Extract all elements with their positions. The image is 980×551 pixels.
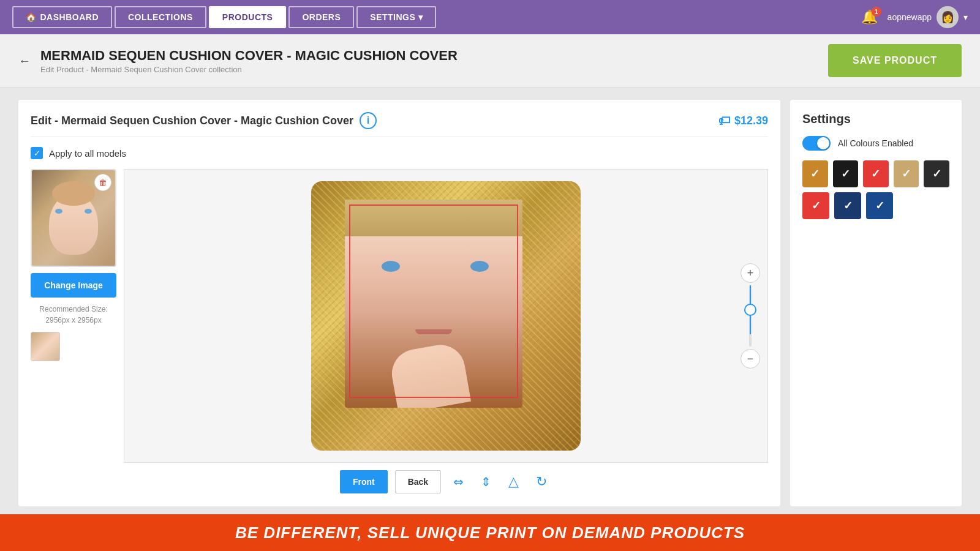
all-colours-toggle-row: All Colours Enabled (802, 136, 949, 151)
canvas-wrapper[interactable]: + − (124, 169, 768, 463)
username-label: aopnewapp (888, 12, 932, 22)
price-display: 🏷 $12.39 (718, 114, 768, 128)
check-red: ✓ (871, 167, 880, 181)
chevron-down-icon: ▾ (963, 12, 968, 22)
color-swatch-navy[interactable]: ✓ (834, 192, 861, 219)
top-navigation: 🏠 DASHBOARD COLLECTIONS PRODUCTS ORDERS … (0, 0, 980, 34)
check-dark: ✓ (932, 167, 941, 181)
nav-settings[interactable]: SETTINGS ▾ (356, 6, 436, 28)
zoom-in-button[interactable]: + (741, 263, 760, 283)
editor-panel: Edit - Mermaid Sequen Cushion Cover - Ma… (18, 100, 780, 506)
editor-header: Edit - Mermaid Sequen Cushion Cover - Ma… (31, 112, 768, 137)
all-colours-label: All Colours Enabled (838, 138, 913, 148)
main-content: Edit - Mermaid Sequen Cushion Cover - Ma… (0, 88, 980, 519)
color-swatch-red[interactable]: ✓ (863, 160, 889, 187)
nav-collections[interactable]: COLLECTIONS (115, 6, 206, 28)
check-navy2: ✓ (875, 199, 884, 212)
user-menu[interactable]: aopnewapp 👩 ▾ (888, 6, 968, 28)
align-vertical-button[interactable]: ⇕ (476, 470, 496, 494)
notification-badge: 1 (872, 7, 881, 17)
align-vertical-icon: ⇕ (481, 475, 491, 489)
zoom-controls: + − (741, 263, 760, 369)
breadcrumb-left: ← MERMAID SEQUEN CUSHION COVER - MAGIC C… (18, 48, 458, 74)
nav-items: 🏠 DASHBOARD COLLECTIONS PRODUCTS ORDERS … (12, 6, 861, 28)
color-swatch-dark[interactable]: ✓ (924, 160, 949, 187)
apply-all-checkbox[interactable]: ✓ (31, 147, 43, 159)
breadcrumb-bar: ← MERMAID SEQUEN CUSHION COVER - MAGIC C… (0, 34, 980, 88)
editor-title: Edit - Mermaid Sequen Cushion Cover - Ma… (31, 114, 353, 127)
color-swatch-black[interactable]: ✓ (833, 160, 859, 187)
front-tab-button[interactable]: Front (340, 470, 388, 493)
canvas-toolbar: Front Back ⇔ ⇕ △ ↻ (124, 469, 768, 495)
nav-dashboard[interactable]: 🏠 DASHBOARD (12, 6, 112, 28)
nav-products[interactable]: PRODUCTS (209, 6, 287, 28)
settings-panel: Settings All Colours Enabled ✓ ✓ ✓ ✓ ✓ (790, 100, 962, 506)
color-swatch-red2[interactable]: ✓ (802, 192, 829, 219)
check-black: ✓ (841, 167, 850, 181)
check-tan: ✓ (902, 167, 911, 181)
color-swatch-tan[interactable]: ✓ (894, 160, 919, 187)
nav-right: 🔔 1 aopnewapp 👩 ▾ (861, 6, 968, 28)
apply-all-row: ✓ Apply to all models (31, 147, 768, 159)
banner-text: BE DIFFERENT, SELL UNIQUE PRINT ON DEMAN… (235, 523, 745, 542)
align-horizontal-button[interactable]: ⇔ (448, 470, 469, 494)
small-thumbnail[interactable] (31, 332, 60, 361)
color-row-1: ✓ ✓ ✓ ✓ ✓ (802, 160, 949, 187)
home-icon: 🏠 (26, 12, 37, 22)
info-icon[interactable]: i (360, 112, 377, 129)
toggle-thumb (817, 137, 829, 149)
main-thumbnail: 🗑 (31, 169, 116, 267)
rotate-button[interactable]: ↻ (531, 469, 552, 495)
align-horizontal-icon: ⇔ (453, 475, 464, 489)
flip-icon: △ (508, 474, 519, 489)
nav-orders[interactable]: ORDERS (288, 6, 354, 28)
settings-title: Settings (802, 112, 949, 126)
change-image-button[interactable]: Change Image (31, 273, 116, 298)
check-red2: ✓ (812, 199, 821, 212)
breadcrumb-info: MERMAID SEQUEN CUSHION COVER - MAGIC CUS… (40, 48, 458, 74)
save-product-button[interactable]: SAVE PRODUCT (828, 44, 962, 77)
recommended-size: Recommended Size: 2956px x 2956px (31, 304, 116, 326)
flip-button[interactable]: △ (503, 469, 524, 495)
back-button[interactable]: ← (18, 54, 31, 68)
page-title: MERMAID SEQUEN CUSHION COVER - MAGIC CUS… (40, 48, 458, 64)
zoom-out-button[interactable]: − (741, 349, 760, 369)
apply-all-label: Apply to all models (49, 148, 126, 159)
rotate-icon: ↻ (536, 474, 547, 489)
price-value: $12.39 (734, 114, 768, 127)
color-swatch-gold[interactable]: ✓ (802, 160, 828, 187)
check-gold: ✓ (810, 167, 820, 181)
image-sidebar: 🗑 Change Image Recommended Size: 2956px … (31, 169, 116, 495)
delete-thumbnail-button[interactable]: 🗑 (94, 174, 111, 191)
notification-bell[interactable]: 🔔 1 (861, 9, 878, 25)
bottom-banner: BE DIFFERENT, SELL UNIQUE PRINT ON DEMAN… (0, 514, 980, 551)
zoom-slider[interactable] (749, 285, 752, 347)
editor-area: 🗑 Change Image Recommended Size: 2956px … (31, 169, 768, 495)
price-tag-icon: 🏷 (718, 114, 731, 128)
avatar: 👩 (937, 6, 959, 28)
check-navy: ✓ (843, 199, 853, 212)
canvas-area: + − Front Back ⇔ (124, 169, 768, 495)
all-colours-toggle[interactable] (802, 136, 831, 151)
color-row-2: ✓ ✓ ✓ (802, 192, 949, 219)
page-subtitle: Edit Product - Mermaid Sequen Cushion Co… (40, 65, 458, 74)
back-tab-button[interactable]: Back (395, 470, 441, 493)
color-swatch-navy2[interactable]: ✓ (866, 192, 893, 219)
